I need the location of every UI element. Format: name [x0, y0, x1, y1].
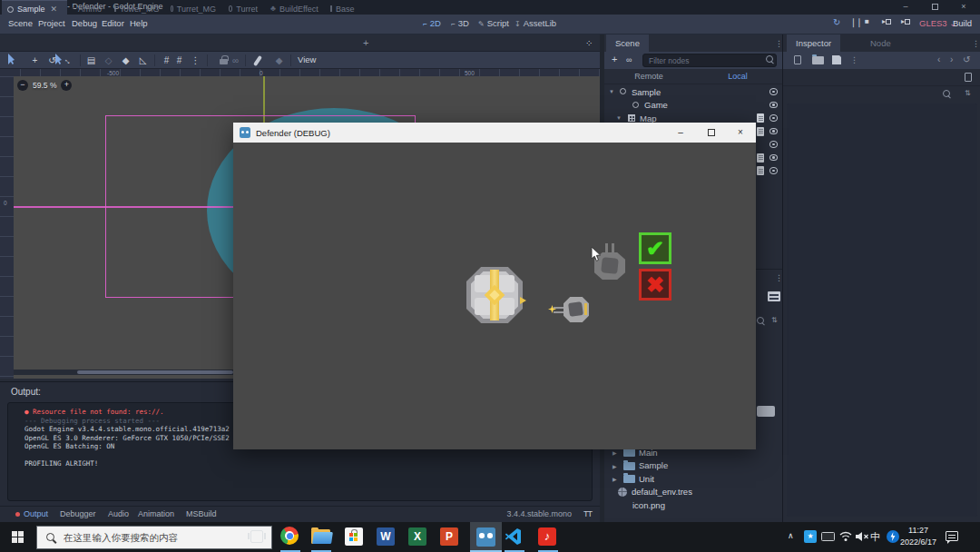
- taskbar-app-store[interactable]: [345, 527, 365, 547]
- menu-scene[interactable]: Scene: [8, 18, 33, 28]
- visibility-eye-icon[interactable]: [769, 139, 779, 149]
- new-resource-icon[interactable]: [794, 55, 801, 64]
- expand-arrow-icon[interactable]: ▶: [612, 449, 617, 456]
- taskbar-search-input[interactable]: [64, 532, 268, 543]
- history-list-icon[interactable]: ↺: [963, 54, 970, 64]
- tab-turret[interactable]: Turret: [223, 0, 263, 17]
- play-scene-button[interactable]: ▸: [882, 17, 891, 25]
- menu-project[interactable]: Project: [38, 18, 65, 28]
- visibility-eye-icon[interactable]: [769, 113, 779, 123]
- taskbar-search[interactable]: [36, 526, 272, 549]
- game-debug-window[interactable]: Defender (DEBUG) – ×: [233, 123, 756, 449]
- group-object-button[interactable]: ∞: [229, 54, 242, 67]
- remote-button[interactable]: Remote: [604, 72, 693, 81]
- grid-snap-button[interactable]: #: [172, 54, 186, 67]
- tab-turret-mg[interactable]: Turret_MG: [165, 0, 221, 17]
- rotate-tool-button[interactable]: ↺: [45, 54, 59, 67]
- zoom-out-button[interactable]: −: [17, 80, 28, 91]
- fs-row-icon-png[interactable]: icon.png: [604, 498, 782, 512]
- split-mode-icon[interactable]: [768, 291, 780, 301]
- filter-nodes-input[interactable]: [642, 54, 777, 67]
- tab-ammo[interactable]: Ammo: [69, 0, 107, 17]
- play-restart-button[interactable]: ↻: [833, 17, 840, 27]
- visibility-eye-icon[interactable]: [769, 153, 779, 163]
- workspace-script[interactable]: ✎Script: [478, 18, 509, 28]
- taskbar-app-vscode[interactable]: [505, 527, 524, 547]
- pan-tool-button[interactable]: ◆: [119, 54, 132, 67]
- tray-device-icon[interactable]: [821, 532, 835, 541]
- skeleton-options-button[interactable]: ◆: [272, 54, 286, 67]
- script-icon[interactable]: [757, 153, 764, 163]
- menu-editor[interactable]: Editor: [102, 18, 124, 28]
- script-icon[interactable]: [757, 166, 764, 175]
- confirm-placement-button[interactable]: ✔: [639, 232, 671, 264]
- smart-snap-button[interactable]: #: [160, 54, 173, 67]
- cancel-placement-button[interactable]: ✖: [639, 269, 671, 301]
- menu-debug[interactable]: Debug: [72, 18, 97, 28]
- taskbar-app-explorer[interactable]: [311, 527, 331, 547]
- fs-row-default-env[interactable]: default_env.tres: [604, 486, 782, 499]
- game-window-titlebar[interactable]: Defender (DEBUG) – ×: [233, 123, 756, 143]
- stop-button[interactable]: ■: [865, 17, 869, 25]
- view-menu[interactable]: View: [298, 54, 316, 64]
- dock-menu-icon[interactable]: ⋮: [972, 39, 980, 48]
- menu-help[interactable]: Help: [130, 18, 148, 28]
- load-resource-icon[interactable]: [812, 56, 824, 64]
- ruler-tool-button[interactable]: ◺: [136, 54, 150, 67]
- script-icon[interactable]: [757, 113, 764, 123]
- history-back-icon[interactable]: ‹: [937, 54, 940, 64]
- search-icon[interactable]: [757, 317, 766, 326]
- move-tool-button[interactable]: +: [28, 54, 42, 67]
- visibility-eye-icon[interactable]: [769, 86, 779, 96]
- bottom-tab-animation[interactable]: Animation: [138, 509, 174, 518]
- tab-sample[interactable]: Sample ✕: [2, 0, 67, 17]
- bottom-tab-output[interactable]: Output: [24, 509, 48, 518]
- tab-buildeffect[interactable]: ♣ BuildEffect: [265, 0, 323, 17]
- zoom-in-button[interactable]: +: [61, 80, 72, 91]
- taskbar-clock[interactable]: 11:27 2022/6/17: [895, 525, 942, 548]
- visibility-eye-icon[interactable]: [769, 126, 779, 136]
- taskbar-app-excel[interactable]: X: [408, 527, 428, 547]
- game-minimize-button[interactable]: –: [665, 123, 696, 143]
- task-view-button[interactable]: [250, 530, 263, 543]
- open-docs-icon[interactable]: [965, 73, 972, 82]
- collapse-arrow-icon[interactable]: ▼: [609, 89, 614, 94]
- distraction-free-icon[interactable]: ⁘: [585, 38, 592, 48]
- workspace-2d[interactable]: ⌐2D: [423, 18, 441, 28]
- fs-row-sample[interactable]: ▶ Sample: [604, 459, 782, 473]
- tree-row-game[interactable]: Game: [604, 99, 782, 113]
- tab-close-icon[interactable]: ✕: [51, 5, 58, 14]
- renderer-dropdown[interactable]: GLES3 ⌄: [919, 18, 956, 28]
- scrollbar-thumb[interactable]: [757, 406, 775, 417]
- pause-button[interactable]: ❘❘: [849, 17, 861, 27]
- resource-menu-icon[interactable]: ⋮: [850, 55, 858, 64]
- zoom-level[interactable]: 59.5 %: [33, 81, 56, 90]
- node-tab[interactable]: Node: [861, 34, 900, 52]
- script-icon[interactable]: [757, 127, 764, 136]
- tray-ime-indicator[interactable]: 中: [870, 530, 880, 544]
- expand-arrow-icon[interactable]: ▶: [612, 463, 617, 469]
- taskbar-app-powerpoint[interactable]: P: [440, 527, 460, 547]
- tray-wifi-icon[interactable]: [839, 531, 852, 542]
- fs-row-unit[interactable]: ▶ Unit: [604, 472, 782, 486]
- editor-minimize-button[interactable]: –: [893, 0, 918, 14]
- pivot-tool-button[interactable]: ◇: [102, 54, 115, 67]
- taskbar-app-chrome[interactable]: [280, 527, 300, 547]
- bottom-tab-audio[interactable]: Audio: [108, 509, 129, 518]
- select-tool-alt[interactable]: [5, 54, 19, 67]
- taskbar-app-netease[interactable]: ♪: [538, 527, 558, 547]
- skeleton-button[interactable]: [250, 54, 264, 68]
- taskbar-app-godot-active[interactable]: [470, 522, 502, 552]
- editor-close-button[interactable]: ×: [951, 0, 976, 14]
- list-select-button[interactable]: ▤: [84, 54, 98, 67]
- taskbar-app-word[interactable]: W: [377, 527, 397, 547]
- tray-antivirus-icon[interactable]: ★: [804, 530, 817, 543]
- inspector-tab[interactable]: Inspector: [787, 34, 840, 52]
- save-resource-icon[interactable]: [832, 55, 841, 64]
- hscrollbar-thumb[interactable]: [77, 370, 233, 374]
- editor-maximize-button[interactable]: [922, 0, 947, 14]
- expand-arrow-icon[interactable]: ▶: [612, 476, 617, 482]
- bottom-tab-msbuild[interactable]: MSBuild: [186, 509, 217, 518]
- visibility-eye-icon[interactable]: [769, 100, 779, 110]
- tree-row-sample[interactable]: ▼ Sample: [604, 85, 782, 99]
